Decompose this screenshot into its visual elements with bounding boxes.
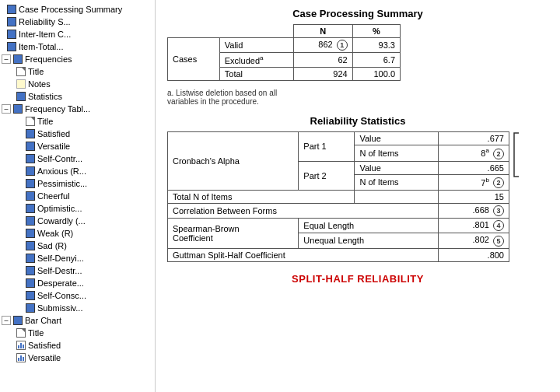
table-icon <box>7 17 16 26</box>
tree-item-submissive[interactable]: Submissiv... <box>0 302 155 314</box>
tree-item-desperate[interactable]: Desperate... <box>0 277 155 289</box>
total-nitems-value: 15 <box>438 191 509 204</box>
tree-item-optimistic[interactable]: Optimistic... <box>0 202 155 215</box>
tree-label: Pessimistic... <box>37 179 87 188</box>
tree-label: Title <box>28 328 44 338</box>
tree-item-freq-notes[interactable]: Notes <box>0 78 155 90</box>
left-navigation-panel[interactable]: Case Processing Summary Reliability S...… <box>0 0 156 392</box>
tree-item-reliability-s[interactable]: Reliability S... <box>0 16 155 28</box>
tree-item-anxious[interactable]: Anxious (R... <box>0 165 155 177</box>
chart-icon <box>16 341 26 350</box>
tree-label: Satisfied <box>28 341 61 350</box>
note-icon <box>16 79 26 89</box>
circle-3: 3 <box>493 205 504 216</box>
tree-item-self-control[interactable]: Self-Contr... <box>0 152 155 165</box>
tree-label: Notes <box>28 79 51 89</box>
case-processing-table: N % Cases Valid 862 1 93.3 Excludeda 62 … <box>167 24 401 81</box>
tree-label: Weak (R) <box>37 229 73 238</box>
table-icon <box>7 30 16 39</box>
tree-label: Satisfied <box>37 129 70 138</box>
tree-item-inter-item[interactable]: Inter-Item C... <box>0 28 155 40</box>
excluded-label: Excludeda <box>219 53 293 68</box>
tree-item-bc-satisfied[interactable]: Satisfied <box>0 339 155 352</box>
col-header-n: N <box>293 25 352 38</box>
guttman-label: Guttman Split-Half Coefficient <box>168 248 439 261</box>
freq-icon <box>13 104 23 114</box>
table-row: Cronbach's Alpha Part 1 Value .677 <box>168 131 509 145</box>
chart-icon <box>16 353 26 362</box>
doc-icon <box>16 328 26 338</box>
tree-label: Reliability S... <box>19 17 71 26</box>
tree-item-self-destr[interactable]: Self-Destr... <box>0 264 155 277</box>
table-icon <box>7 42 16 51</box>
split-half-label: SPLIT-HALF RELIABILITY <box>167 273 548 285</box>
case-processing-footnote: a. Listwise deletion based on allvariabl… <box>167 89 548 106</box>
value-label: Value <box>355 131 438 145</box>
table-icon <box>26 179 35 188</box>
unequal-label: Unequal Length <box>299 233 439 248</box>
table-icon <box>26 229 35 238</box>
tree-label: Desperate... <box>37 278 84 288</box>
part2-nitems: 7b 2 <box>438 174 509 191</box>
tree-item-pessimistic[interactable]: Pessimistic... <box>0 177 155 190</box>
tree-item-cheerful[interactable]: Cheerful <box>0 190 155 202</box>
tree-item-bc-title[interactable]: Title <box>0 327 155 339</box>
tree-label: Statistics <box>28 92 62 101</box>
total-label: Total <box>219 67 293 80</box>
sb-equal-value: .801 4 <box>438 219 509 233</box>
doc-icon <box>26 117 35 126</box>
case-processing-title: Case Processing Summary <box>167 8 548 19</box>
tree-item-weak[interactable]: Weak (R) <box>0 227 155 240</box>
table-icon <box>26 303 35 313</box>
tree-label: Sad (R) <box>37 241 67 250</box>
table-icon <box>26 241 35 250</box>
expand-freq-table[interactable]: – <box>2 104 11 114</box>
excluded-pct: 6.7 <box>352 53 400 68</box>
tree-item-self-denying[interactable]: Self-Denyi... <box>0 252 155 264</box>
expand-frequencies[interactable]: – <box>2 54 11 64</box>
tree-label: Versatile <box>28 353 61 362</box>
table-icon <box>7 5 16 14</box>
table-icon <box>26 129 35 138</box>
table-row: Cases Valid 862 1 93.3 <box>168 38 401 53</box>
tree-item-cowardly[interactable]: Cowardly (... <box>0 215 155 227</box>
valid-label: Valid <box>219 38 293 53</box>
valid-pct: 93.3 <box>352 38 400 53</box>
tree-item-versatile[interactable]: Versatile <box>0 140 155 152</box>
tree-item-sad[interactable]: Sad (R) <box>0 240 155 252</box>
circle-5: 5 <box>493 236 504 247</box>
tree-item-satisfied[interactable]: Satisfied <box>0 128 155 140</box>
tree-label: Frequency Tabl... <box>25 104 90 114</box>
tree-item-frequency-table[interactable]: – Frequency Tabl... <box>0 103 155 115</box>
circle-4: 4 <box>493 220 504 231</box>
nitems-label2: N of Items <box>355 174 438 191</box>
total-pct: 100.0 <box>352 67 400 80</box>
sb-unequal-value: .802 5 <box>438 233 509 248</box>
tree-label: Item-Total... <box>19 42 63 51</box>
expand-bar-chart[interactable]: – <box>2 316 11 325</box>
table-row: Spearman-BrownCoefficient Equal Length .… <box>168 219 509 233</box>
tree-label: Title <box>37 117 53 126</box>
tree-item-item-total[interactable]: Item-Total... <box>0 40 155 53</box>
tree-label: Frequencies <box>25 54 72 64</box>
tree-label: Self-Contr... <box>37 154 82 163</box>
col-header-pct: % <box>352 25 400 38</box>
tree-item-freq-statistics[interactable]: Statistics <box>0 90 155 103</box>
table-icon <box>26 254 35 263</box>
tree-label: Self-Consc... <box>37 291 86 300</box>
bracket-svg <box>513 131 525 178</box>
total-nitems-label: Total N of Items <box>168 191 355 204</box>
tree-item-frequencies[interactable]: – Frequencies <box>0 53 155 65</box>
tree-item-bc-versatile[interactable]: Versatile <box>0 352 155 364</box>
tree-label: Case Processing Summary <box>19 5 122 14</box>
table-icon <box>26 191 35 201</box>
tree-item-freq-title[interactable]: Title <box>0 65 155 78</box>
bracket-container <box>513 131 525 180</box>
part1-value: .677 <box>438 131 509 145</box>
tree-item-ft-title[interactable]: Title <box>0 115 155 128</box>
tree-item-self-consc[interactable]: Self-Consc... <box>0 289 155 302</box>
tree-label: Versatile <box>37 142 70 151</box>
tree-item-case-processing[interactable]: Case Processing Summary <box>0 3 155 16</box>
tree-item-bar-chart[interactable]: – Bar Chart <box>0 314 155 327</box>
table-icon <box>16 92 26 101</box>
